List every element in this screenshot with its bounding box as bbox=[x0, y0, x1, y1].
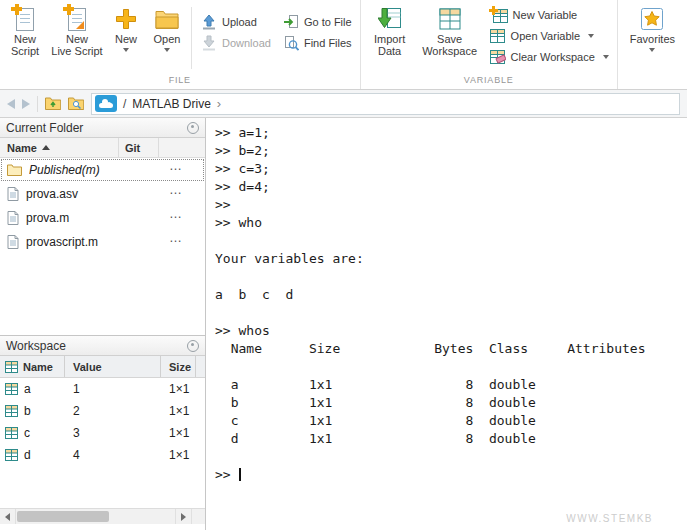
open-variable-icon bbox=[489, 28, 506, 44]
command-line: >> a=1; bbox=[215, 124, 687, 142]
scroll-right-button[interactable] bbox=[175, 509, 191, 524]
more-actions-button[interactable] bbox=[165, 189, 187, 199]
breadcrumb-root[interactable]: / bbox=[123, 97, 126, 111]
toolbar-ribbon: NewScript NewLive Script New bbox=[0, 0, 687, 90]
workspace-row-d[interactable]: d 4 1×1 bbox=[0, 444, 205, 466]
go-to-file-icon bbox=[283, 14, 299, 30]
command-line: >> bbox=[215, 196, 687, 214]
sidebar: Current Folder Name Git Published(m) bbox=[0, 118, 206, 530]
matlab-drive-cloud-icon bbox=[95, 95, 117, 112]
command-output: a 1x1 8 double bbox=[215, 376, 687, 394]
variable-grid-icon bbox=[5, 383, 18, 395]
new-live-script-button[interactable]: NewLive Script bbox=[48, 2, 106, 74]
new-script-button[interactable]: NewScript bbox=[2, 2, 48, 74]
command-line: >> c=3; bbox=[215, 160, 687, 178]
variable-value: 4 bbox=[64, 448, 160, 462]
open-folder-icon bbox=[155, 5, 179, 33]
back-button[interactable] bbox=[7, 99, 15, 109]
file-item-provascript-m[interactable]: provascript.m bbox=[0, 230, 205, 254]
workspace-header: Workspace bbox=[0, 336, 205, 356]
ribbon-section-label-resources bbox=[618, 74, 687, 89]
more-actions-button[interactable] bbox=[165, 237, 187, 247]
column-header-name[interactable]: Name bbox=[0, 138, 118, 157]
scroll-left-button[interactable] bbox=[0, 509, 16, 524]
breadcrumb-location[interactable]: MATLAB Drive bbox=[132, 97, 210, 111]
column-header-name[interactable]: Name bbox=[0, 356, 64, 377]
toolbar-divider bbox=[37, 96, 38, 112]
command-line: >> whos bbox=[215, 322, 687, 340]
ribbon-section-label-variable: VARIABLE bbox=[361, 74, 617, 89]
clear-workspace-button[interactable]: Clear Workspace bbox=[487, 46, 611, 67]
address-bar: / MATLAB Drive › bbox=[0, 90, 687, 118]
plus-icon bbox=[114, 5, 138, 33]
variable-value: 1 bbox=[64, 382, 160, 396]
command-line bbox=[215, 232, 687, 250]
workspace-column-headers: Name Value Size bbox=[0, 356, 205, 378]
workspace-row-a[interactable]: a 1 1×1 bbox=[0, 378, 205, 400]
panel-actions-icon[interactable] bbox=[187, 340, 199, 352]
upload-button[interactable]: Upload bbox=[199, 11, 273, 32]
workspace-row-b[interactable]: b 2 1×1 bbox=[0, 400, 205, 422]
watermark: WWW.STEMKB bbox=[566, 513, 653, 524]
command-output: b 1x1 8 double bbox=[215, 394, 687, 412]
workspace-panel: Workspace Name Value Size bbox=[0, 336, 205, 508]
new-button[interactable]: New bbox=[106, 2, 146, 74]
command-line bbox=[215, 268, 687, 286]
folder-item-published[interactable]: Published(m) bbox=[0, 158, 205, 182]
file-icon bbox=[7, 211, 19, 225]
command-line: >> who bbox=[215, 214, 687, 232]
save-workspace-button[interactable]: SaveWorkspace bbox=[417, 2, 483, 74]
dropdown-caret-icon bbox=[123, 48, 129, 52]
column-header-spacer bbox=[195, 356, 205, 377]
command-line: >> d=4; bbox=[215, 178, 687, 196]
breadcrumb-chevron-icon[interactable]: › bbox=[217, 96, 221, 111]
file-item-prova-asv[interactable]: prova.asv bbox=[0, 182, 205, 206]
variable-size: 1×1 bbox=[160, 448, 205, 462]
open-button[interactable]: Open bbox=[146, 2, 188, 74]
breadcrumb[interactable]: / MATLAB Drive › bbox=[91, 93, 680, 115]
dropdown-caret-icon bbox=[649, 48, 655, 52]
command-window[interactable]: >> a=1; >> b=2; >> c=3; >> d=4; >> >> wh… bbox=[207, 118, 687, 530]
new-live-script-label: NewLive Script bbox=[51, 33, 102, 57]
workspace-row-c[interactable]: c 3 1×1 bbox=[0, 422, 205, 444]
dropdown-caret-icon bbox=[603, 55, 609, 59]
scrollbar-corner bbox=[191, 509, 205, 524]
command-line bbox=[215, 448, 687, 466]
panel-actions-icon[interactable] bbox=[187, 122, 199, 134]
go-to-file-button[interactable]: Go to File bbox=[281, 11, 354, 32]
command-output: a b c d bbox=[215, 286, 687, 304]
more-actions-button[interactable] bbox=[165, 213, 187, 223]
command-prompt[interactable]: >> bbox=[215, 466, 687, 484]
current-folder-column-headers: Name Git bbox=[0, 138, 205, 158]
sort-ascending-icon bbox=[42, 145, 50, 150]
sidebar-horizontal-scrollbar[interactable] bbox=[0, 508, 205, 524]
download-button[interactable]: Download bbox=[199, 32, 273, 53]
download-icon bbox=[201, 35, 217, 51]
column-header-git[interactable]: Git bbox=[118, 138, 158, 157]
new-variable-button[interactable]: New Variable bbox=[487, 4, 611, 25]
current-folder-header: Current Folder bbox=[0, 118, 205, 138]
dropdown-caret-icon bbox=[164, 48, 170, 52]
column-header-value[interactable]: Value bbox=[64, 356, 160, 377]
current-folder-title: Current Folder bbox=[6, 121, 187, 135]
import-data-label: ImportData bbox=[374, 33, 405, 57]
variable-grid-icon bbox=[5, 427, 18, 439]
folder-icon bbox=[7, 164, 22, 176]
browse-folder-icon[interactable] bbox=[68, 97, 84, 110]
open-label: Open bbox=[154, 33, 181, 45]
variable-size: 1×1 bbox=[160, 404, 205, 418]
scrollbar-thumb[interactable] bbox=[17, 511, 109, 522]
favorites-label: Favorites bbox=[630, 33, 675, 45]
favorites-button[interactable]: Favorites bbox=[626, 2, 678, 74]
scrollbar-track[interactable] bbox=[16, 509, 175, 524]
file-item-prova-m[interactable]: prova.m bbox=[0, 206, 205, 230]
command-line bbox=[215, 304, 687, 322]
column-header-size[interactable]: Size bbox=[160, 356, 195, 377]
import-data-button[interactable]: ImportData bbox=[363, 2, 417, 74]
folder-up-icon[interactable] bbox=[45, 97, 61, 110]
open-variable-button[interactable]: Open Variable bbox=[487, 25, 611, 46]
ribbon-group-resources: Favorites bbox=[618, 0, 687, 89]
forward-button[interactable] bbox=[22, 99, 30, 109]
more-actions-button[interactable] bbox=[165, 165, 187, 175]
find-files-button[interactable]: Find Files bbox=[281, 32, 354, 53]
